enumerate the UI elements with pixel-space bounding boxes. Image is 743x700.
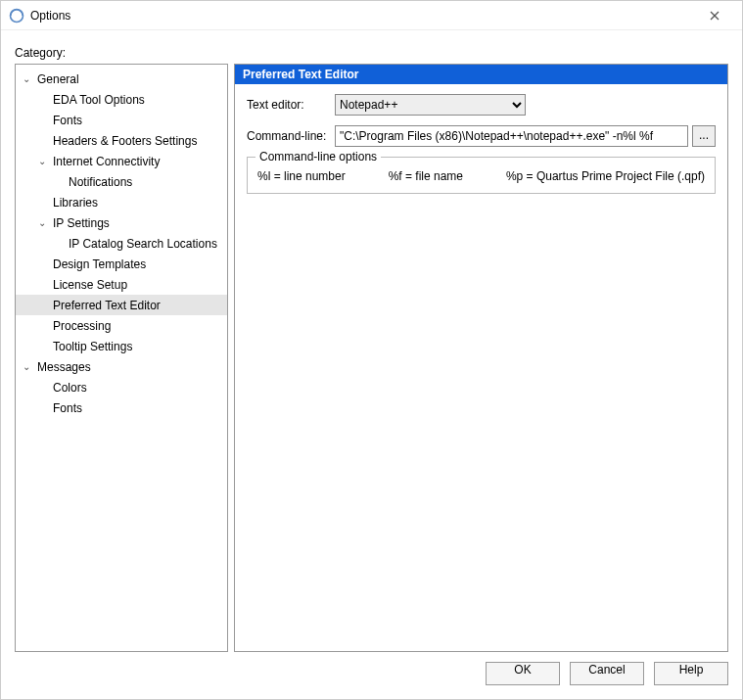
help-button[interactable]: Help xyxy=(654,662,728,685)
tree-item-label: IP Catalog Search Locations xyxy=(65,237,221,251)
chevron-down-icon[interactable]: ⌄ xyxy=(20,73,33,84)
command-line-options-group: Command-line options %l = line number %f… xyxy=(247,157,716,194)
tree-item[interactable]: IP Catalog Search Locations xyxy=(16,233,227,254)
category-label: Category: xyxy=(15,46,728,60)
tree-item[interactable]: ⌄Messages xyxy=(16,356,227,377)
tree-item[interactable]: Fonts xyxy=(16,110,227,130)
tree-item-label: Fonts xyxy=(49,401,86,415)
tree-item-label: Headers & Footers Settings xyxy=(49,134,201,148)
window-title: Options xyxy=(30,9,695,23)
tree-item[interactable]: Preferred Text Editor xyxy=(16,295,227,315)
opt-project-file: %p = Quartus Prime Project File (.qpf) xyxy=(506,169,705,183)
tree-item[interactable]: Notifications xyxy=(16,171,227,192)
panel-header: Preferred Text Editor xyxy=(235,65,727,84)
close-icon xyxy=(710,11,720,21)
opt-file-name: %f = file name xyxy=(389,169,463,183)
close-button[interactable] xyxy=(695,8,734,23)
tree-item-label: Colors xyxy=(49,381,91,395)
opt-line-number: %l = line number xyxy=(257,169,346,183)
tree-item[interactable]: Libraries xyxy=(16,192,227,212)
tree-item-label: Processing xyxy=(49,319,115,333)
tree-item-label: Notifications xyxy=(65,175,136,189)
category-tree[interactable]: ⌄GeneralEDA Tool OptionsFontsHeaders & F… xyxy=(15,64,228,652)
command-line-options-legend: Command-line options xyxy=(255,150,381,163)
tree-item-label: Tooltip Settings xyxy=(49,340,136,353)
dialog-buttons: OK Cancel Help xyxy=(15,652,728,685)
chevron-down-icon[interactable]: ⌄ xyxy=(35,156,49,166)
tree-item[interactable]: ⌄IP Settings xyxy=(16,212,227,233)
chevron-down-icon[interactable]: ⌄ xyxy=(35,217,49,228)
tree-item-label: IP Settings xyxy=(49,216,114,230)
tree-item-label: Libraries xyxy=(49,196,102,210)
tree-item[interactable]: ⌄Internet Connectivity xyxy=(16,151,227,171)
text-editor-select[interactable]: Notepad++ xyxy=(335,94,526,116)
ok-button[interactable]: OK xyxy=(486,662,560,685)
tree-item[interactable]: Fonts xyxy=(16,397,227,418)
command-line-input[interactable] xyxy=(335,125,688,147)
tree-item-label: EDA Tool Options xyxy=(49,93,149,107)
tree-item-label: Preferred Text Editor xyxy=(49,299,164,312)
cancel-button[interactable]: Cancel xyxy=(570,662,644,685)
tree-item[interactable]: Design Templates xyxy=(16,254,227,274)
text-editor-label: Text editor: xyxy=(247,98,335,112)
tree-item[interactable]: Processing xyxy=(16,315,227,336)
settings-panel: Preferred Text Editor Text editor: Notep… xyxy=(234,64,728,652)
browse-button[interactable]: ... xyxy=(692,125,716,147)
tree-item-label: Internet Connectivity xyxy=(49,155,163,168)
tree-item[interactable]: Headers & Footers Settings xyxy=(16,130,227,151)
titlebar: Options xyxy=(1,1,742,30)
tree-item-label: Fonts xyxy=(49,114,86,127)
tree-item-label: Messages xyxy=(33,360,95,374)
tree-item-label: Design Templates xyxy=(49,257,150,271)
tree-item-label: General xyxy=(33,72,83,86)
app-icon xyxy=(9,8,24,23)
tree-item[interactable]: License Setup xyxy=(16,274,227,295)
tree-item[interactable]: EDA Tool Options xyxy=(16,89,227,110)
command-line-label: Command-line: xyxy=(247,129,335,143)
tree-item[interactable]: Colors xyxy=(16,377,227,397)
tree-item[interactable]: Tooltip Settings xyxy=(16,336,227,356)
tree-item[interactable]: ⌄General xyxy=(16,69,227,89)
tree-item-label: License Setup xyxy=(49,278,131,292)
chevron-down-icon[interactable]: ⌄ xyxy=(20,361,33,372)
